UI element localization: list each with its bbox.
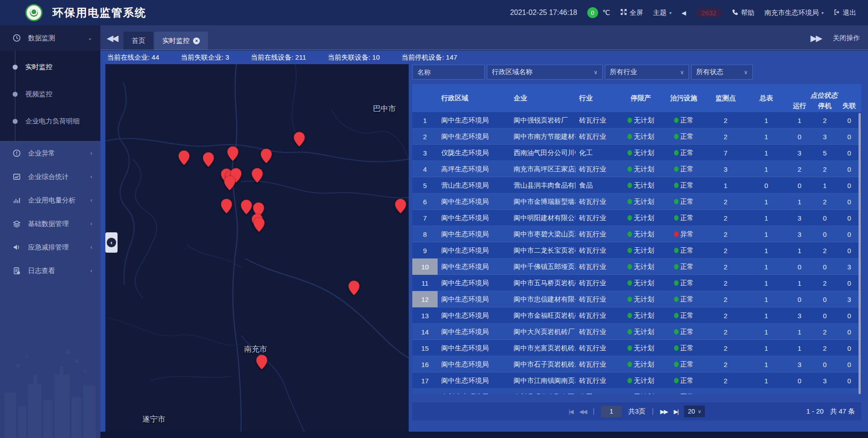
fullscreen-button[interactable]: 全屏 xyxy=(620,9,643,17)
tabs-scroll-left-button[interactable]: ◀◀ xyxy=(100,33,123,50)
cell-limit: 无计划 xyxy=(619,295,662,304)
next-page-button[interactable]: ▶▶ xyxy=(660,408,667,415)
status-dot-icon xyxy=(627,313,632,318)
cell-limit: 无计划 xyxy=(619,132,662,141)
stat-item: 当前在线设备: 211 xyxy=(251,53,306,62)
cell-lost: 0 xyxy=(837,328,861,336)
prev-page-button[interactable]: ◀◀ xyxy=(579,408,586,415)
page-size-select[interactable]: 20 ∨ xyxy=(684,405,705,417)
cell-region: 阆中生态环境局 xyxy=(438,360,510,369)
map-pin[interactable] xyxy=(203,152,214,167)
notification-badge[interactable]: 2632 xyxy=(696,8,722,18)
cell-facility: 正常 xyxy=(662,328,705,336)
status-dot-icon xyxy=(627,118,632,123)
cell-meters: 1 xyxy=(746,279,787,287)
table-row[interactable]: 10阆中生态环境局阆中千佛镇五郎垭页岩砖瓦行业无计划正常21003 xyxy=(412,259,861,275)
table-row[interactable]: 3仪陇生态环境局西南油气田分公司川中化工无计划正常71350 xyxy=(412,145,861,161)
stat-item: 当前失联设备: 10 xyxy=(328,53,380,62)
first-page-button[interactable]: |◀ xyxy=(569,408,573,415)
map-pin[interactable] xyxy=(260,148,272,164)
table-row[interactable]: 4高坪生态环境局南充市高坪区王家店建砖瓦行业无计划正常31220 xyxy=(412,161,861,177)
region-filter-select[interactable]: 行政区域名称 ∨ xyxy=(487,65,603,80)
cell-stop: 2 xyxy=(812,279,837,287)
name-filter-field[interactable] xyxy=(412,65,485,80)
cell-stop: 0 xyxy=(812,312,837,320)
table-row[interactable]: 17阆中生态环境局阆中市江南镇阆南页岩砖瓦行业无计划正常21030 xyxy=(412,372,861,389)
table-row[interactable]: 9阆中生态环境局阆中市二龙长宝页岩砖砖瓦行业无计划正常21120 xyxy=(412,242,861,259)
page-number-input[interactable] xyxy=(601,406,622,417)
table-row[interactable]: 16阆中生态环境局阆中市石子页岩机砖厂砖瓦行业无计划正常21300 xyxy=(412,356,861,372)
cell-region: 阆中生态环境局 xyxy=(438,214,510,222)
sidebar-item-1[interactable]: 企业异常‹ xyxy=(0,141,100,165)
table-row[interactable]: 12阆中生态环境局阆中市忠信建材有限公砖瓦行业无计划正常21003 xyxy=(412,291,861,307)
sidebar-item-3[interactable]: 企业用电量分析‹ xyxy=(0,188,100,212)
status-dot-icon xyxy=(674,313,679,318)
name-filter-input[interactable] xyxy=(417,68,480,76)
sidebar-subitem[interactable]: 视频监控 xyxy=(0,80,100,108)
sidebar-subitem-label: 视频监控 xyxy=(25,90,52,99)
tab-实时监控[interactable]: 实时监控× xyxy=(154,32,208,50)
status-text: 无计划 xyxy=(634,181,654,190)
status-text: 正常 xyxy=(680,263,694,271)
sidebar-subitem[interactable]: 实时监控 xyxy=(0,53,100,80)
map-pin[interactable] xyxy=(224,175,236,191)
logout-icon xyxy=(834,9,840,17)
map-collapse-button[interactable]: ‹ xyxy=(105,232,118,253)
map-pin[interactable] xyxy=(251,168,263,183)
chevron-left-icon: ‹ xyxy=(90,221,92,227)
map-pin[interactable] xyxy=(227,146,239,161)
map-pin[interactable] xyxy=(395,198,406,214)
cell-industry: 砖瓦行业 xyxy=(576,132,619,141)
table-row[interactable]: 11阆中生态环境局阆中市五马桥页岩机砖砖瓦行业无计划正常21120 xyxy=(412,275,861,291)
status-dot-icon xyxy=(627,215,632,221)
sidebar-item-4[interactable]: 基础数据管理‹ xyxy=(0,212,100,235)
table-scrollbar[interactable] xyxy=(859,113,861,394)
industry-filter-select[interactable]: 所有行业 ∨ xyxy=(605,65,689,80)
help-button[interactable]: 帮助 xyxy=(732,9,755,17)
monitor-panel: 行政区域名称 ∨ 所有行业 ∨ 所有状态 ∨ 行政区域 企业 行业 停限产 治污… xyxy=(412,64,861,432)
table-row[interactable]: 14阆中生态环境局阆中大兴页岩机砖厂砖瓦行业无计划正常21120 xyxy=(412,324,861,340)
table-row[interactable]: 15阆中生态环境局阆中市光富页岩机砖厂砖瓦行业无计划正常21120 xyxy=(412,340,861,356)
status-text: 正常 xyxy=(680,377,694,385)
org-menu[interactable]: 南充市生态环境局 ▾ xyxy=(764,9,824,17)
table-row[interactable]: 13阆中生态环境局阆中市金福旺页岩机砖砖瓦行业无计划正常21300 xyxy=(412,307,861,324)
bullet-dot-icon xyxy=(13,119,18,124)
table-body: 1阆中生态环境局阆中强锐页岩砖厂砖瓦行业无计划正常211202阆中生态环境局阆中… xyxy=(412,112,861,394)
sound-icon[interactable]: ◀ xyxy=(682,9,686,16)
close-icon[interactable]: × xyxy=(193,38,200,44)
table-row[interactable]: 2阆中生态环境局阆中市南方节能建材有砖瓦行业无计划正常21030 xyxy=(412,128,861,145)
status-filter-select[interactable]: 所有状态 ∨ xyxy=(691,65,753,80)
sidebar-item-2[interactable]: 企业综合统计‹ xyxy=(0,165,100,188)
cell-limit: 无计划 xyxy=(619,198,662,206)
map-pin[interactable] xyxy=(293,132,305,147)
map-pin[interactable] xyxy=(348,280,360,296)
tab-首页[interactable]: 首页 xyxy=(123,32,153,50)
sidebar-item-5[interactable]: 应急减排管理‹ xyxy=(0,235,100,259)
map-pin[interactable] xyxy=(178,150,190,165)
total-pages-label: 共3页 xyxy=(628,407,646,416)
table-row[interactable]: 8阆中生态环境局阆中市枣碧大梁山页岩砖瓦行业无计划异常21300 xyxy=(412,226,861,242)
cell-lost: 0 xyxy=(837,117,861,124)
table-row[interactable]: 1阆中生态环境局阆中强锐页岩砖厂砖瓦行业无计划正常21120 xyxy=(412,112,861,128)
map-pin[interactable] xyxy=(253,217,265,232)
map-pin[interactable] xyxy=(256,354,268,370)
sidebar-item-6[interactable]: 日志查看‹ xyxy=(0,259,100,283)
logout-button[interactable]: 退出 xyxy=(834,9,856,17)
last-page-button[interactable]: ▶| xyxy=(674,408,678,415)
sidebar-subitem[interactable]: 企业电力负荷明细 xyxy=(0,108,100,135)
table-row[interactable]: 5营山生态环境局营山县润丰肉食品有限食品无计划正常10010 xyxy=(412,177,861,193)
map-pin[interactable] xyxy=(221,198,232,214)
tabs-scroll-right-button[interactable]: ▶▶ xyxy=(811,33,821,43)
table-row[interactable]: 18南部生态环境局南部县砚化土陶有限公化工无计划正常50050 xyxy=(412,389,861,394)
chevron-left-icon: ‹ xyxy=(90,174,92,180)
close-operations-button[interactable]: 关闭操作 xyxy=(833,34,860,42)
map-pin[interactable] xyxy=(241,199,252,215)
table-row[interactable]: 7阆中生态环境局阆中明阳建材有限公司砖瓦行业无计划正常21300 xyxy=(412,210,861,226)
map-canvas[interactable]: 巴中市南充市遂宁市 ‹ xyxy=(105,64,409,432)
sidebar-item-0[interactable]: 数据监测⌄ xyxy=(0,25,100,51)
theme-menu[interactable]: 主题 ▾ xyxy=(653,9,672,17)
row-index: 11 xyxy=(412,275,438,291)
table-row[interactable]: 6阆中生态环境局阆中市金博瑞新型墙材砖瓦行业无计划正常21120 xyxy=(412,193,861,210)
row-index: 9 xyxy=(412,242,438,259)
cell-run: 1 xyxy=(787,198,812,206)
